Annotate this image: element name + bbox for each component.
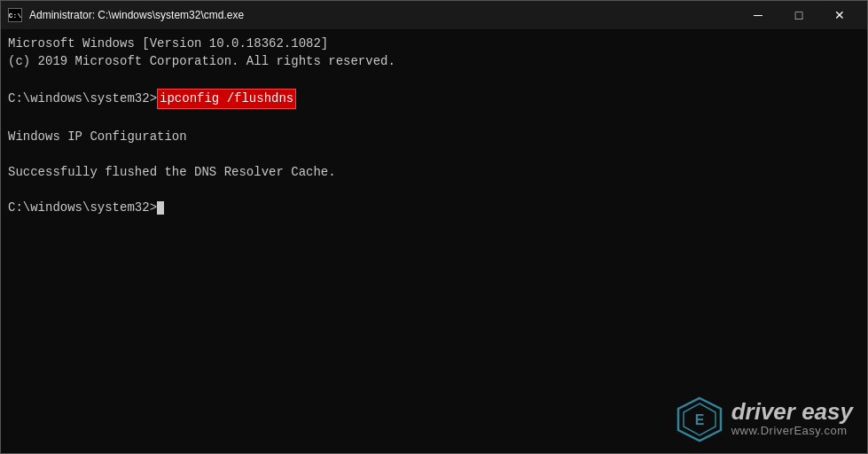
- terminal-line-2: (c) 2019 Microsoft Corporation. All righ…: [8, 52, 860, 70]
- titlebar: C:\ Administrator: C:\windows\system32\c…: [1, 1, 867, 29]
- close-button[interactable]: ✕: [819, 1, 860, 29]
- terminal-prompt-2: C:\windows\system32>: [8, 200, 157, 217]
- maximize-button[interactable]: □: [778, 1, 819, 29]
- window-icon: C:\: [8, 8, 22, 22]
- watermark-text-block: driver easy www.DriverEasy.com: [731, 400, 853, 439]
- terminal-prompt-line-2: C:\windows\system32>: [8, 200, 860, 217]
- window-title: Administrator: C:\windows\system32\cmd.e…: [29, 9, 738, 21]
- terminal-line-8: [8, 182, 860, 200]
- terminal-line-6: [8, 145, 860, 163]
- watermark-url: www.DriverEasy.com: [731, 423, 848, 439]
- watermark-brand: driver easy: [731, 400, 853, 423]
- terminal-line-3: [8, 71, 860, 89]
- watermark: E driver easy www.DriverEasy.com: [676, 396, 853, 442]
- terminal-body: Microsoft Windows [Version 10.0.18362.10…: [1, 29, 867, 453]
- cmd-window: C:\ Administrator: C:\windows\system32\c…: [0, 0, 868, 454]
- minimize-button[interactable]: ─: [738, 1, 778, 29]
- terminal-prompt-1: C:\windows\system32>: [8, 90, 157, 108]
- terminal-cursor: [157, 201, 164, 215]
- terminal-line-1: Microsoft Windows [Version 10.0.18362.10…: [8, 35, 860, 52]
- terminal-command: ipconfig /flushdns: [157, 89, 296, 110]
- terminal-command-line[interactable]: C:\windows\system32>ipconfig /flushdns: [8, 89, 860, 110]
- window-controls: ─ □ ✕: [738, 1, 860, 29]
- svg-text:E: E: [694, 412, 704, 427]
- terminal-line-7: Successfully flushed the DNS Resolver Ca…: [8, 163, 860, 181]
- terminal-line-4: [8, 109, 860, 127]
- cmd-icon-graphic: C:\: [8, 8, 22, 22]
- driver-easy-logo: E: [676, 396, 723, 442]
- terminal-line-5: Windows IP Configuration: [8, 128, 860, 145]
